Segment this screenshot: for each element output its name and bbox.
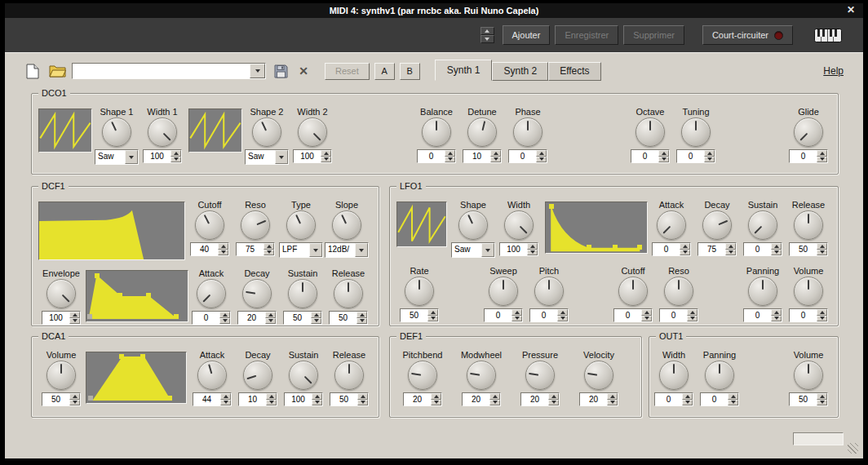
value-spinbox[interactable]: 100: [143, 149, 182, 163]
b-button[interactable]: B: [400, 63, 420, 80]
value-spinbox[interactable]: 50: [329, 311, 368, 325]
dcf1-envelope-display[interactable]: [86, 270, 188, 322]
spin-up-button[interactable]: [312, 393, 322, 400]
knob-pressure[interactable]: Pressure 20: [517, 350, 563, 406]
knob-velocity[interactable]: Velocity 20: [576, 350, 622, 406]
value-spinbox[interactable]: 0: [700, 392, 739, 406]
stepper-up-button[interactable]: [480, 27, 494, 35]
knob-width-2[interactable]: Width 2 100: [290, 107, 335, 165]
knob-release[interactable]: Release 50: [786, 200, 831, 256]
spin-up-button[interactable]: [680, 243, 690, 250]
dropdown-arrow-icon[interactable]: [355, 243, 368, 257]
value-spinbox[interactable]: 0: [676, 149, 715, 163]
knob-pitch[interactable]: Pitch 0: [526, 266, 572, 322]
spin-up-button[interactable]: [682, 393, 693, 400]
knob-dial[interactable]: [458, 210, 488, 240]
knob-phase[interactable]: Phase 0: [505, 107, 551, 163]
value-spinbox[interactable]: 44: [193, 392, 232, 406]
spin-up-button[interactable]: [771, 309, 782, 316]
spin-down-button[interactable]: [527, 250, 538, 256]
spin-down-button[interactable]: [490, 157, 501, 163]
knob-dial[interactable]: [332, 210, 361, 240]
dca1-envelope-display[interactable]: [86, 352, 187, 404]
dropdown-arrow-icon[interactable]: [309, 243, 322, 257]
spin-down-button[interactable]: [771, 316, 782, 322]
dcf1-filter-display[interactable]: [38, 202, 185, 260]
knob-dial[interactable]: [288, 279, 317, 308]
knob-modwheel[interactable]: Modwheel 20: [458, 350, 504, 406]
value-spinbox[interactable]: 20: [237, 311, 277, 325]
value-spinbox[interactable]: 0: [484, 308, 523, 322]
knob-dial[interactable]: [705, 361, 734, 390]
value-spinbox[interactable]: 10: [238, 392, 277, 406]
spin-down-button[interactable]: [607, 400, 618, 406]
knob-dial[interactable]: [534, 277, 564, 306]
spin-down-button[interactable]: [548, 400, 559, 406]
value-spinbox[interactable]: 0: [192, 311, 231, 325]
knob-dial[interactable]: [525, 361, 555, 390]
knob-attack[interactable]: Attack 0: [188, 268, 234, 325]
value-spinbox[interactable]: 0: [743, 308, 782, 322]
spin-up-button[interactable]: [265, 312, 276, 318]
spin-up-button[interactable]: [512, 309, 522, 316]
knob-dial[interactable]: [748, 210, 777, 240]
size-grip[interactable]: [848, 443, 858, 454]
stepper-down-button[interactable]: [480, 35, 494, 43]
spin-down-button[interactable]: [489, 400, 500, 406]
preset-name-field[interactable]: [73, 64, 250, 78]
spin-up-button[interactable]: [527, 243, 538, 250]
value-spinbox[interactable]: 75: [698, 242, 737, 256]
knob-cutoff[interactable]: Cutoff 40: [187, 200, 232, 258]
knob-dial[interactable]: [467, 361, 496, 390]
knob-release[interactable]: Release 50: [326, 268, 371, 325]
dropdown-arrow-icon[interactable]: [125, 150, 138, 164]
spin-up-button[interactable]: [725, 243, 736, 250]
knob-balance[interactable]: Balance 0: [414, 107, 459, 163]
spin-down-button[interactable]: [266, 400, 277, 406]
spin-up-button[interactable]: [687, 309, 698, 316]
knob-dial[interactable]: [195, 210, 224, 240]
close-button[interactable]: ✕: [847, 4, 855, 16]
knob-decay[interactable]: Decay 10: [235, 350, 281, 406]
dropdown-arrow-icon[interactable]: [275, 150, 288, 164]
spin-down-button[interactable]: [357, 400, 368, 406]
spin-down-button[interactable]: [356, 318, 367, 325]
spin-up-button[interactable]: [704, 150, 715, 157]
spin-up-button[interactable]: [771, 243, 782, 250]
knob-dial[interactable]: [252, 117, 281, 147]
spin-up-button[interactable]: [817, 393, 827, 400]
knob-attack[interactable]: Attack 44: [189, 350, 235, 406]
knob-decay[interactable]: Decay 75: [694, 200, 740, 256]
spin-down-button[interactable]: [219, 318, 230, 325]
value-spinbox[interactable]: 0: [659, 308, 698, 322]
spin-up-button[interactable]: [536, 150, 547, 157]
knob-dial[interactable]: [659, 361, 689, 390]
value-combobox[interactable]: LPF: [279, 242, 323, 258]
spin-up-button[interactable]: [220, 393, 231, 400]
value-spinbox[interactable]: 50: [330, 392, 369, 406]
knob-cutoff[interactable]: Cutoff 0: [610, 266, 656, 322]
knob-panning[interactable]: Panning 0: [697, 350, 742, 406]
spin-down-button[interactable]: [512, 316, 522, 322]
spin-up-button[interactable]: [266, 393, 277, 400]
spin-down-button[interactable]: [771, 250, 782, 256]
knob-sustain[interactable]: Sustain 0: [740, 200, 786, 256]
tab-effects[interactable]: Effects: [548, 62, 600, 81]
dropdown-arrow-icon[interactable]: [250, 64, 265, 78]
spin-down-button[interactable]: [658, 157, 669, 163]
knob-dial[interactable]: [636, 117, 665, 147]
spin-up-button[interactable]: [357, 393, 368, 400]
knob-dial[interactable]: [298, 117, 327, 147]
spin-down-button[interactable]: [220, 400, 231, 406]
spin-up-button[interactable]: [658, 150, 669, 157]
spin-up-button[interactable]: [728, 393, 738, 400]
value-spinbox[interactable]: 0: [529, 308, 569, 322]
spin-down-button[interactable]: [170, 157, 181, 163]
value-spinbox[interactable]: 0: [417, 149, 456, 163]
spin-down-button[interactable]: [680, 250, 690, 256]
value-spinbox[interactable]: 0: [789, 308, 828, 322]
spin-down-button[interactable]: [312, 400, 322, 406]
add-button[interactable]: Ajouter: [503, 25, 551, 45]
spin-down-button[interactable]: [817, 316, 827, 322]
knob-sustain[interactable]: Sustain 50: [280, 268, 326, 325]
